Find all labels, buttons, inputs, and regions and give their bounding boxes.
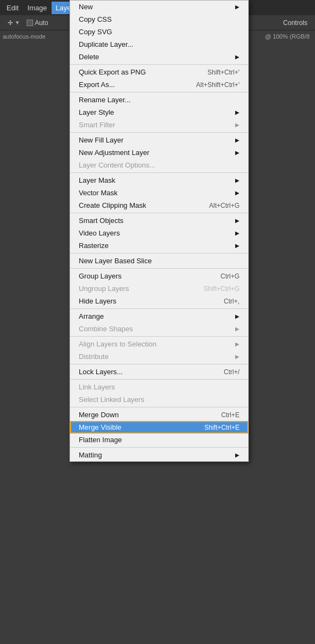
submenu-arrow: ▶ xyxy=(235,341,240,347)
submenu-arrow: ▶ xyxy=(235,54,240,60)
separator xyxy=(70,447,248,448)
submenu-arrow: ▶ xyxy=(235,313,240,319)
menu-item-video-layers[interactable]: Video Layers ▶ xyxy=(70,227,248,239)
submenu-arrow: ▶ xyxy=(235,243,240,249)
submenu-arrow: ▶ xyxy=(235,109,240,115)
controls-label: Controls xyxy=(280,18,311,28)
menu-item-vector-mask[interactable]: Vector Mask ▶ xyxy=(70,187,248,199)
submenu-arrow: ▶ xyxy=(235,4,240,10)
menu-item-flatten-image[interactable]: Flatten Image xyxy=(70,434,248,446)
menu-item-layer-style[interactable]: Layer Style ▶ xyxy=(70,106,248,119)
menu-item-group-layers[interactable]: Group Layers Ctrl+G xyxy=(70,270,248,282)
move-icon: ✛ xyxy=(8,19,13,27)
separator xyxy=(70,308,248,309)
menu-item-rename-layer[interactable]: Rename Layer... xyxy=(70,94,248,106)
menu-item-layer-mask[interactable]: Layer Mask ▶ xyxy=(70,174,248,187)
menu-item-distribute: Distribute ▶ xyxy=(70,350,248,363)
menu-item-create-clipping-mask[interactable]: Create Clipping Mask Alt+Ctrl+G xyxy=(70,199,248,212)
separator xyxy=(70,64,248,65)
submenu-arrow: ▶ xyxy=(235,177,240,183)
separator xyxy=(70,213,248,213)
menu-item-layer-content-options: Layer Content Options... xyxy=(70,159,248,171)
submenu-arrow: ▶ xyxy=(235,150,240,156)
submenu-arrow: ▶ xyxy=(235,326,240,332)
menubar-image[interactable]: Image xyxy=(23,2,51,14)
menu-item-ungroup-layers: Ungroup Layers Shift+Ctrl+G xyxy=(70,282,248,295)
layer-menu: New ▶ Copy CSS Copy SVG Duplicate Layer.… xyxy=(70,0,249,462)
auto-label: Auto xyxy=(35,19,48,27)
menu-item-lock-layers[interactable]: Lock Layers... Ctrl+/ xyxy=(70,366,248,378)
menu-item-new-adjustment-layer[interactable]: New Adjustment Layer ▶ xyxy=(70,146,248,159)
separator xyxy=(70,253,248,253)
submenu-arrow: ▶ xyxy=(235,354,240,360)
zoom-label: @ 100% (RGB/8 xyxy=(265,33,310,40)
submenu-arrow: ▶ xyxy=(235,137,240,143)
menu-item-smart-filter: Smart Filter ▶ xyxy=(70,119,248,131)
move-tool: ✛ ▼ xyxy=(4,18,23,28)
menu-item-quick-export[interactable]: Quick Export as PNG Shift+Ctrl+' xyxy=(70,66,248,78)
menubar-edit[interactable]: Edit xyxy=(2,2,23,14)
menu-item-copy-css[interactable]: Copy CSS xyxy=(70,13,248,26)
menu-item-smart-objects[interactable]: Smart Objects ▶ xyxy=(70,214,248,227)
separator xyxy=(70,268,248,269)
menu-item-merge-visible[interactable]: Merge Visible Shift+Ctrl+E xyxy=(70,421,248,434)
separator xyxy=(70,379,248,380)
submenu-arrow: ▶ xyxy=(235,190,240,196)
menu-item-delete[interactable]: Delete ▶ xyxy=(70,51,248,63)
menu-item-hide-layers[interactable]: Hide Layers Ctrl+, xyxy=(70,295,248,307)
menu-item-new-fill-layer[interactable]: New Fill Layer ▶ xyxy=(70,134,248,146)
menu-item-link-layers: Link Layers xyxy=(70,381,248,393)
menu-item-duplicate-layer[interactable]: Duplicate Layer... xyxy=(70,38,248,51)
auto-check-icon xyxy=(27,20,33,26)
menu-item-copy-svg[interactable]: Copy SVG xyxy=(70,26,248,38)
menu-item-combine-shapes: Combine Shapes ▶ xyxy=(70,323,248,335)
separator xyxy=(70,172,248,173)
menu-item-export-as[interactable]: Export As... Alt+Shift+Ctrl+' xyxy=(70,78,248,91)
menu-item-merge-down[interactable]: Merge Down Ctrl+E xyxy=(70,408,248,421)
menu-item-matting[interactable]: Matting ▶ xyxy=(70,449,248,461)
separator xyxy=(70,364,248,364)
menu-item-select-linked-layers: Select Linked Layers xyxy=(70,393,248,406)
auto-checkbox[interactable]: Auto xyxy=(23,18,52,28)
menu-item-new-layer-based-slice[interactable]: New Layer Based Slice xyxy=(70,255,248,267)
separator xyxy=(70,336,248,337)
menu-item-rasterize[interactable]: Rasterize ▶ xyxy=(70,239,248,252)
menu-item-new[interactable]: New ▶ xyxy=(70,1,248,13)
submenu-arrow: ▶ xyxy=(235,122,240,128)
submenu-arrow: ▶ xyxy=(235,452,240,458)
separator xyxy=(70,132,248,133)
move-arrow: ▼ xyxy=(15,20,20,26)
submenu-arrow: ▶ xyxy=(235,230,240,236)
separator xyxy=(70,407,248,407)
separator xyxy=(70,92,248,92)
menu-item-align-layers: Align Layers to Selection ▶ xyxy=(70,338,248,350)
canvas-label: autofocus-mode xyxy=(3,33,46,40)
submenu-arrow: ▶ xyxy=(235,218,240,224)
menu-item-arrange[interactable]: Arrange ▶ xyxy=(70,310,248,323)
